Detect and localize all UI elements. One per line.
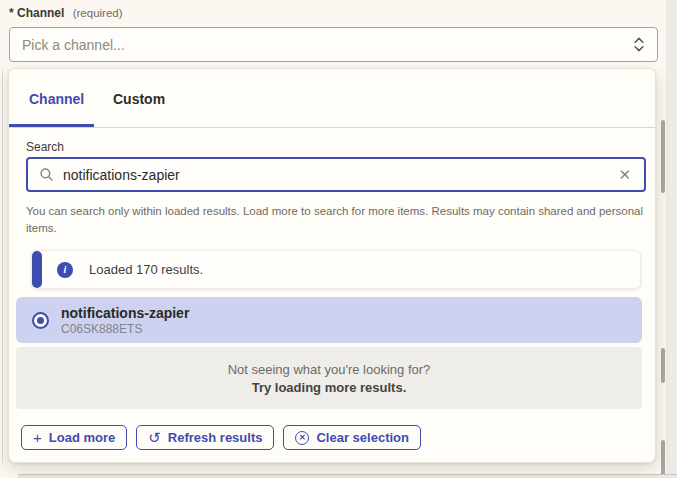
refresh-results-label: Refresh results bbox=[168, 430, 263, 445]
channel-option-name: notifications-zapier bbox=[61, 305, 189, 321]
not-seeing-hint: Not seeing what you're looking for? Try … bbox=[16, 347, 642, 409]
load-more-button[interactable]: + Load more bbox=[21, 425, 127, 450]
hint-question: Not seeing what you're looking for? bbox=[228, 362, 431, 377]
scrollbar-thumb[interactable] bbox=[661, 120, 665, 193]
field-required-note: (required) bbox=[73, 7, 123, 19]
scrollbar-thumb[interactable] bbox=[661, 348, 665, 383]
action-button-row: + Load more ↺ Refresh results ✕ Clear se… bbox=[21, 425, 421, 450]
alert-accent-bar bbox=[32, 251, 42, 288]
search-helper-text: You can search only within loaded result… bbox=[26, 203, 648, 237]
clear-selection-button[interactable]: ✕ Clear selection bbox=[283, 425, 421, 450]
plus-icon: + bbox=[33, 430, 42, 445]
refresh-icon: ↺ bbox=[148, 430, 161, 445]
channel-dropdown-panel: Channel Custom Search ✕ You can search o… bbox=[8, 68, 656, 463]
search-label: Search bbox=[26, 140, 64, 154]
tab-bar: Channel Custom bbox=[9, 69, 655, 128]
hint-suggestion: Try loading more results. bbox=[252, 380, 407, 395]
page-background-strip bbox=[666, 0, 677, 478]
search-clear-icon[interactable]: ✕ bbox=[616, 165, 633, 184]
active-tab-underline bbox=[9, 124, 94, 127]
clear-selection-label: Clear selection bbox=[316, 430, 409, 445]
tab-custom[interactable]: Custom bbox=[113, 91, 165, 107]
info-icon: i bbox=[57, 262, 73, 278]
tab-channel[interactable]: Channel bbox=[29, 91, 84, 107]
load-more-label: Load more bbox=[49, 430, 115, 445]
field-label: * Channel (required) bbox=[9, 6, 123, 20]
chevron-up-down-icon bbox=[633, 36, 645, 53]
alert-message: Loaded 170 results. bbox=[89, 262, 203, 277]
search-input[interactable] bbox=[63, 167, 616, 183]
loaded-results-alert: i Loaded 170 results. bbox=[31, 250, 641, 289]
background-element-edge bbox=[2, 70, 3, 463]
channel-option-id: C06SK888ETS bbox=[61, 322, 189, 336]
search-box: ✕ bbox=[26, 157, 646, 192]
scrollbar-thumb[interactable] bbox=[661, 440, 665, 478]
refresh-results-button[interactable]: ↺ Refresh results bbox=[136, 425, 274, 450]
search-icon bbox=[39, 167, 54, 182]
channel-option-selected[interactable]: notifications-zapier C06SK888ETS bbox=[16, 297, 642, 343]
radio-dot bbox=[37, 317, 44, 324]
clear-circle-icon: ✕ bbox=[295, 431, 309, 445]
channel-option-texts: notifications-zapier C06SK888ETS bbox=[61, 305, 189, 336]
radio-selected-icon[interactable] bbox=[32, 312, 49, 329]
channel-select[interactable]: Pick a channel... bbox=[9, 27, 658, 62]
field-required-asterisk: * bbox=[9, 6, 14, 20]
channel-select-placeholder: Pick a channel... bbox=[22, 37, 125, 53]
field-label-text: Channel bbox=[17, 6, 64, 20]
